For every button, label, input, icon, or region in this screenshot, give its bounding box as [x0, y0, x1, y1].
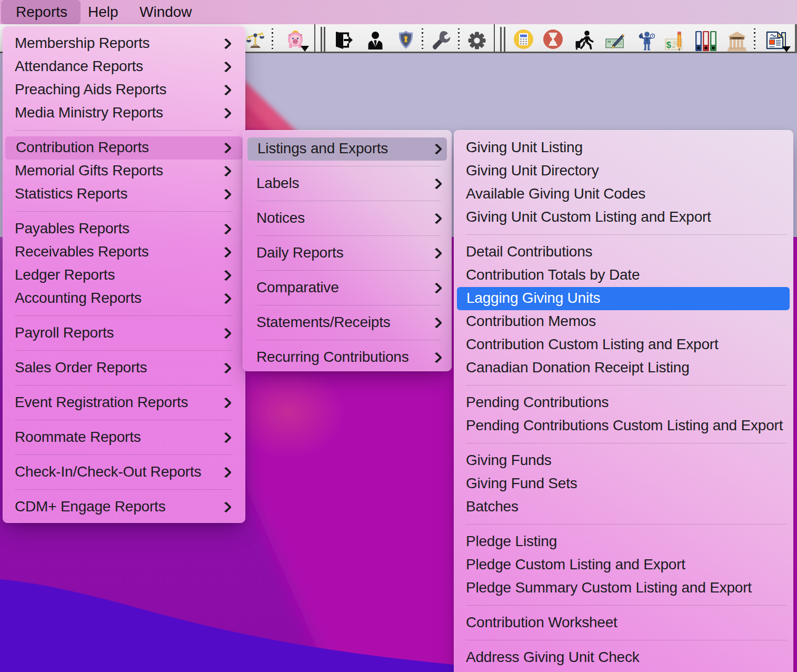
svg-text:$: $ — [666, 40, 672, 50]
